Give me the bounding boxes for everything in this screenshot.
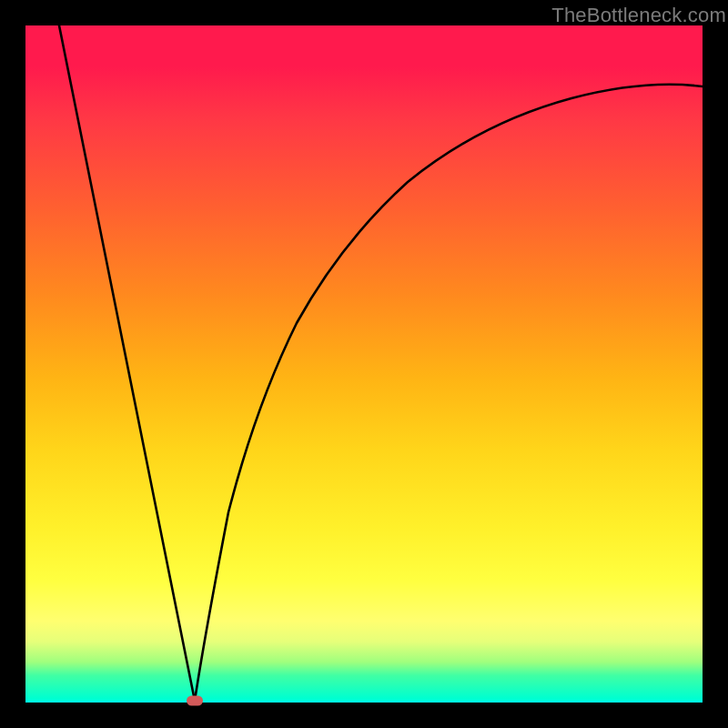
chart-frame: TheBottleneck.com	[0, 0, 728, 728]
bottleneck-curve	[25, 25, 703, 703]
right-segment	[195, 85, 703, 701]
watermark-text: TheBottleneck.com	[551, 4, 726, 27]
optimal-point-marker	[187, 696, 203, 706]
left-segment	[59, 25, 195, 701]
plot-area	[25, 25, 703, 703]
